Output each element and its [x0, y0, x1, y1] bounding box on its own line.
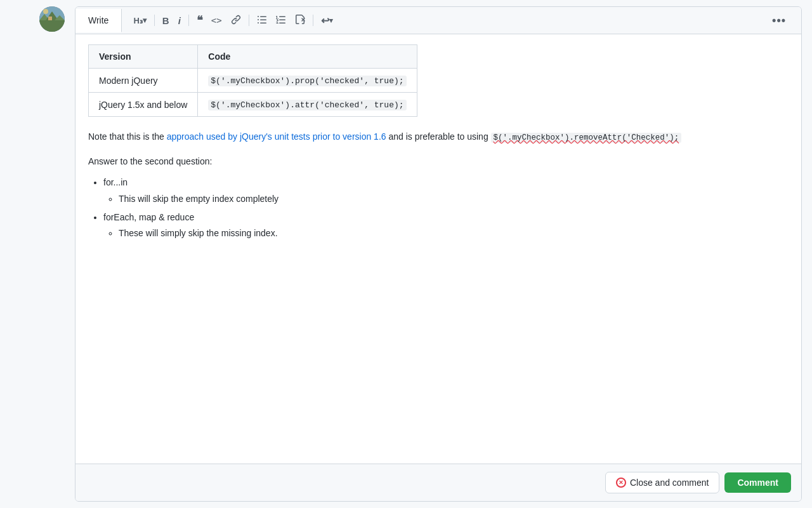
note-link[interactable]: approach used by jQuery's unit tests pri…: [167, 131, 386, 142]
more-options-button[interactable]: •••: [768, 11, 794, 30]
table-row: jQuery 1.5x and below $('.myCheckbox').a…: [89, 93, 417, 117]
table-row: Modern jQuery $('.myCheckbox').prop('che…: [89, 69, 417, 93]
link-button[interactable]: [227, 12, 245, 29]
avatar-area: [0, 0, 75, 508]
quote-icon: ❝: [197, 13, 202, 27]
version-code-table: Version Code Modern jQuery $('.myCheckbo…: [88, 44, 417, 117]
italic-button[interactable]: i: [174, 13, 185, 29]
remove-attr-text: $('.myCheckbox').removeAttr('Checked');: [494, 133, 679, 142]
svg-rect-1: [39, 20, 65, 32]
toolbar-separator-4: [313, 15, 313, 26]
toolbar-separator-2: [188, 15, 189, 26]
unordered-list-button[interactable]: [253, 12, 271, 29]
editor-content[interactable]: Version Code Modern jQuery $('.myCheckbo…: [75, 34, 801, 464]
ordered-list-button[interactable]: [272, 12, 290, 29]
link-icon: [231, 15, 241, 27]
quote-button[interactable]: ❝: [193, 11, 206, 30]
task-list-button[interactable]: [291, 12, 309, 29]
ordered-list-icon: [276, 15, 286, 27]
close-comment-label: Close and comment: [630, 478, 709, 488]
nested-list-item-1: This will skip the empty index completel…: [119, 191, 789, 207]
answer-heading: Answer to the second question:: [88, 154, 789, 168]
list-item-2-text: forEach, map & reduce: [103, 212, 194, 222]
svg-point-6: [43, 9, 48, 14]
nested-list-1: This will skip the empty index completel…: [119, 191, 789, 207]
reply-icon: ↩: [321, 15, 329, 27]
remove-attr-code: $('.myCheckbox').removeAttr('Checked');: [491, 133, 682, 143]
note-paragraph: Note that this is the approach used by j…: [88, 130, 789, 144]
heading-button[interactable]: H₃ ▾: [129, 13, 150, 28]
editor-toolbar: Write H₃ ▾ B i: [75, 7, 801, 34]
unordered-list-icon: [257, 15, 267, 27]
italic-icon: i: [178, 15, 181, 26]
toolbar-icons: H₃ ▾ B i ❝: [122, 7, 801, 34]
editor-footer: ✕ Close and comment Comment: [75, 464, 801, 501]
editor-container: Write H₃ ▾ B i: [75, 6, 802, 502]
nested-list-2: These will simply skip the missing index…: [119, 225, 789, 241]
h3-icon: H₃: [133, 16, 142, 25]
table-cell-code-1: $('.myCheckbox').prop('checked', true);: [198, 69, 417, 93]
main-area: Write H₃ ▾ B i: [75, 0, 812, 508]
list-item-1-text: for...in: [103, 177, 128, 187]
nested-list-item-2: These will simply skip the missing index…: [119, 225, 789, 241]
comment-button[interactable]: Comment: [724, 472, 791, 493]
table-cell-code-2: $('.myCheckbox').attr('checked', true);: [198, 93, 417, 117]
reply-chevron-icon: ▾: [329, 17, 333, 25]
code-button[interactable]: <>: [207, 13, 226, 28]
more-icon: •••: [772, 14, 786, 27]
tab-write[interactable]: Write: [75, 9, 122, 32]
table-cell-version-2: jQuery 1.5x and below: [89, 93, 198, 117]
bold-icon: B: [162, 15, 169, 26]
toolbar-separator-3: [249, 15, 249, 26]
chevron-down-icon: ▾: [143, 16, 147, 25]
list-item-2: forEach, map & reduce These will simply …: [103, 210, 789, 241]
close-circle-icon: ✕: [616, 478, 626, 488]
reply-button[interactable]: ↩ ▾: [317, 12, 337, 29]
close-and-comment-button[interactable]: ✕ Close and comment: [605, 472, 720, 493]
table-header-version: Version: [89, 45, 198, 69]
avatar: [39, 6, 65, 32]
task-list-icon: [295, 15, 305, 27]
toolbar-separator: [154, 15, 155, 26]
note-prefix: Note that this is the: [88, 131, 167, 142]
table-header-code: Code: [198, 45, 417, 69]
answer-list: for...in This will skip the empty index …: [103, 175, 789, 241]
note-suffix: and is preferable to using: [386, 131, 491, 142]
code-icon: <>: [211, 15, 222, 25]
svg-rect-5: [48, 17, 52, 20]
list-item-1: for...in This will skip the empty index …: [103, 175, 789, 206]
table-cell-version-1: Modern jQuery: [89, 69, 198, 93]
bold-button[interactable]: B: [159, 13, 173, 29]
